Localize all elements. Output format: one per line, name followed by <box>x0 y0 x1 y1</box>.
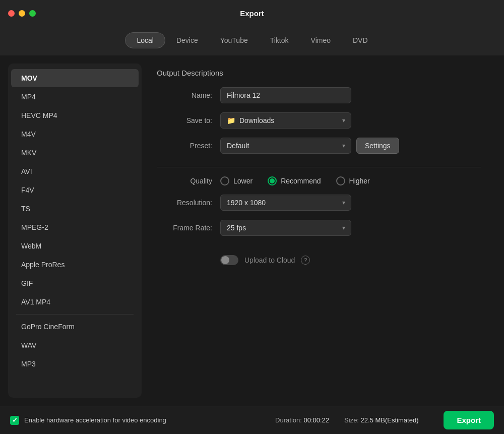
panel-divider <box>157 167 481 167</box>
frame-rate-row: Frame Rate: 25 fps ▾ <box>157 220 481 236</box>
sidebar: MOV MP4 HEVC MP4 M4V MKV AVI F4V TS MPEG… <box>8 64 142 398</box>
size-stat: Size: 22.5 MB(Estimated) <box>344 416 418 424</box>
sidebar-item-hevc-mp4[interactable]: HEVC MP4 <box>11 106 139 125</box>
preset-label: Preset: <box>157 142 212 150</box>
maximize-button[interactable] <box>29 10 36 17</box>
sidebar-divider <box>16 314 134 315</box>
sidebar-item-gif[interactable]: GIF <box>11 274 139 292</box>
quality-radio-group: Lower Recommend Higher <box>220 176 370 185</box>
save-to-wrapper: 📁 Downloads ▾ <box>220 112 351 129</box>
quality-lower-option[interactable]: Lower <box>220 176 253 185</box>
sidebar-item-mp4[interactable]: MP4 <box>11 88 139 106</box>
hw-accel-wrapper: ✓ Enable hardware acceleration for video… <box>10 416 166 425</box>
traffic-lights <box>8 10 36 17</box>
name-label: Name: <box>157 91 212 99</box>
quality-recommend-radio[interactable] <box>268 176 277 185</box>
quality-recommend-label: Recommend <box>281 177 321 185</box>
frame-rate-wrapper: 25 fps ▾ <box>220 220 351 236</box>
name-row: Name: <box>157 87 481 103</box>
preset-row: Preset: Default ▾ Settings <box>157 138 481 154</box>
bottom-stats: Duration: 00:00:22 Size: 22.5 MB(Estimat… <box>275 411 494 429</box>
quality-row: Quality Lower Recommend Higher <box>157 176 481 185</box>
resolution-row: Resolution: 1920 x 1080 ▾ <box>157 195 481 211</box>
save-to-row: Save to: 📁 Downloads ▾ <box>157 112 481 129</box>
sidebar-item-webm[interactable]: WebM <box>11 237 139 255</box>
sidebar-item-av1-mp4[interactable]: AV1 MP4 <box>11 293 139 311</box>
sidebar-item-apple-prores[interactable]: Apple ProRes <box>11 256 139 274</box>
resolution-wrapper: 1920 x 1080 ▾ <box>220 195 351 211</box>
tab-device[interactable]: Device <box>165 32 209 48</box>
sidebar-item-avi[interactable]: AVI <box>11 162 139 180</box>
settings-button[interactable]: Settings <box>356 138 399 154</box>
save-to-value: Downloads <box>239 116 274 125</box>
duration-stat: Duration: 00:00:22 <box>275 416 329 424</box>
upload-cloud-label: Upload to Cloud <box>244 256 295 264</box>
upload-cloud-toggle[interactable] <box>220 255 238 265</box>
tab-youtube[interactable]: YouTube <box>209 32 259 48</box>
duration-value: 00:00:22 <box>303 416 329 424</box>
sidebar-item-mkv[interactable]: MKV <box>11 144 139 162</box>
preset-wrapper: Default ▾ <box>220 138 351 154</box>
close-button[interactable] <box>8 10 15 17</box>
quality-lower-radio[interactable] <box>220 176 229 185</box>
cloud-row: Upload to Cloud ? <box>220 255 481 265</box>
save-to-label: Save to: <box>157 116 212 125</box>
sidebar-item-mp3[interactable]: MP3 <box>11 355 139 373</box>
size-value: 22.5 MB(Estimated) <box>361 416 419 424</box>
preset-value: Default <box>227 142 249 150</box>
size-label: Size: <box>344 416 359 424</box>
sidebar-item-wav[interactable]: WAV <box>11 336 139 354</box>
sidebar-item-mov[interactable]: MOV <box>11 69 139 87</box>
tab-bar: Local Device YouTube Tiktok Vimeo DVD <box>0 26 504 55</box>
sidebar-item-ts[interactable]: TS <box>11 200 139 218</box>
quality-higher-radio[interactable] <box>336 176 345 185</box>
window-title: Export <box>240 9 264 18</box>
quality-lower-label: Lower <box>233 177 253 185</box>
main-content: MOV MP4 HEVC MP4 M4V MKV AVI F4V TS MPEG… <box>0 55 504 406</box>
duration-label: Duration: <box>275 416 302 424</box>
resolution-label: Resolution: <box>157 199 212 207</box>
sidebar-item-gopro-cineform[interactable]: GoPro CineForm <box>11 318 139 336</box>
save-to-select[interactable]: 📁 Downloads <box>220 112 351 129</box>
toggle-knob <box>221 256 229 264</box>
help-icon[interactable]: ? <box>301 256 310 265</box>
frame-rate-value: 25 fps <box>227 224 246 232</box>
frame-rate-label: Frame Rate: <box>157 224 212 232</box>
quality-recommend-radio-inner <box>270 178 275 183</box>
quality-higher-label: Higher <box>349 177 370 185</box>
minimize-button[interactable] <box>19 10 25 17</box>
sidebar-item-f4v[interactable]: F4V <box>11 181 139 199</box>
resolution-select[interactable]: 1920 x 1080 <box>220 195 351 211</box>
quality-recommend-option[interactable]: Recommend <box>268 176 321 185</box>
sidebar-item-m4v[interactable]: M4V <box>11 125 139 143</box>
sidebar-item-mpeg2[interactable]: MPEG-2 <box>11 218 139 236</box>
tab-local[interactable]: Local <box>125 32 165 48</box>
tab-dvd[interactable]: DVD <box>342 32 379 48</box>
export-button[interactable]: Export <box>444 411 494 429</box>
name-input[interactable] <box>220 87 351 103</box>
hw-accel-check-icon: ✓ <box>12 416 18 424</box>
output-title: Output Descriptions <box>157 69 481 77</box>
folder-icon: 📁 <box>227 116 235 125</box>
title-bar: Export <box>0 0 504 26</box>
hw-accel-label: Enable hardware acceleration for video e… <box>24 416 166 424</box>
frame-rate-select[interactable]: 25 fps <box>220 220 351 236</box>
right-panel: Output Descriptions Name: Save to: 📁 Dow… <box>142 64 496 398</box>
quality-higher-option[interactable]: Higher <box>336 176 370 185</box>
preset-select[interactable]: Default <box>220 138 351 154</box>
resolution-value: 1920 x 1080 <box>227 199 266 207</box>
hw-accel-checkbox[interactable]: ✓ <box>10 416 19 425</box>
bottom-bar: ✓ Enable hardware acceleration for video… <box>0 406 504 434</box>
tab-vimeo[interactable]: Vimeo <box>300 32 342 48</box>
tab-tiktok[interactable]: Tiktok <box>259 32 300 48</box>
quality-label: Quality <box>157 177 212 185</box>
